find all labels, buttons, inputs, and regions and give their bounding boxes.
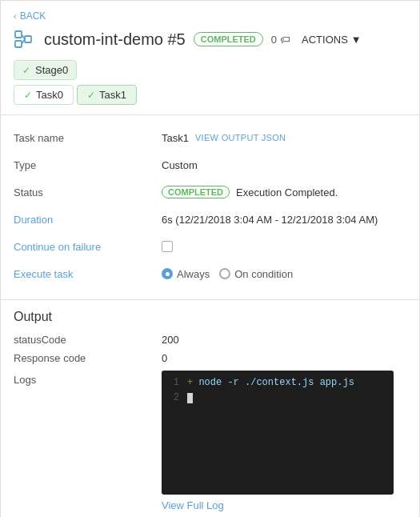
stage-tab-label: Stage0 — [35, 64, 68, 76]
radio-condition-label: On condition — [234, 268, 293, 280]
pipeline-icon — [14, 28, 36, 50]
status-text: Execution Completed. — [236, 186, 338, 198]
task-tab-1-label: Task1 — [99, 89, 126, 101]
response-code-value: 0 — [162, 352, 167, 364]
task-name-row: Task name Task1 VIEW OUTPUT JSON — [14, 128, 406, 147]
line-content-2 — [187, 391, 193, 406]
logs-label: Logs — [14, 371, 162, 386]
chevron-down-icon: ▼ — [351, 34, 362, 46]
radio-empty-icon — [219, 268, 230, 279]
check-icon: ✓ — [22, 65, 30, 76]
tag-icon: 🏷 — [280, 34, 290, 46]
task-name-label: Task name — [14, 132, 162, 144]
view-output-link[interactable]: VIEW OUTPUT JSON — [195, 133, 286, 142]
radio-condition[interactable]: On condition — [219, 268, 293, 280]
svg-rect-1 — [15, 41, 22, 47]
back-label: BACK — [20, 10, 46, 22]
details-section: Task name Task1 VIEW OUTPUT JSON Type Cu… — [1, 115, 419, 300]
duration-label: Duration — [14, 214, 162, 226]
back-button[interactable]: ‹ BACK — [14, 10, 406, 22]
response-code-row: Response code 0 — [14, 352, 406, 364]
continue-failure-row: Continue on failure — [14, 237, 406, 256]
duration-value: 6s (12/21/2018 3:04 AM - 12/21/2018 3:04… — [162, 214, 378, 226]
radio-always-label: Always — [177, 268, 210, 280]
svg-rect-2 — [25, 36, 31, 42]
task-tab-0-label: Task0 — [36, 89, 63, 101]
check-icon-0: ✓ — [24, 90, 32, 101]
logs-row: Logs 1 + node -r ./context.js app.js 2 — [14, 371, 406, 495]
status-code-row: statusCode 200 — [14, 334, 406, 346]
radio-always[interactable]: Always — [162, 268, 210, 280]
svg-rect-0 — [15, 31, 22, 38]
stage-tab[interactable]: ✓ Stage0 — [14, 60, 77, 80]
continue-failure-value — [162, 241, 173, 252]
status-badge-sm: COMPLETED — [162, 186, 230, 198]
task-tab-0[interactable]: ✓ Task0 — [14, 85, 74, 105]
log-line-1: 1 + node -r ./context.js app.js — [168, 375, 387, 391]
continue-failure-label: Continue on failure — [14, 241, 162, 253]
execute-task-row: Execute task Always On condition — [14, 264, 406, 283]
view-full-log-link[interactable]: View Full Log — [162, 499, 406, 511]
status-value: COMPLETED Execution Completed. — [162, 186, 338, 198]
check-icon-1: ✓ — [87, 90, 95, 101]
task-tab-1[interactable]: ✓ Task1 — [77, 85, 137, 105]
type-value: Custom — [162, 159, 198, 171]
line-content-1: + node -r ./context.js app.js — [187, 375, 354, 391]
line-num-2: 2 — [168, 391, 179, 406]
status-code-label: statusCode — [14, 334, 162, 346]
output-title: Output — [14, 310, 406, 324]
stages-area: ✓ Stage0 ✓ Task0 ✓ Task1 — [1, 60, 419, 115]
status-badge: COMPLETED — [194, 32, 263, 46]
execute-radio-group: Always On condition — [162, 268, 293, 280]
type-row: Type Custom — [14, 155, 406, 174]
execute-task-value: Always On condition — [162, 268, 293, 280]
tag-count: 0 🏷 — [271, 34, 290, 46]
task-tabs: ✓ Task0 ✓ Task1 — [14, 85, 406, 105]
execute-task-label: Execute task — [14, 268, 162, 280]
response-code-label: Response code — [14, 352, 162, 364]
cursor — [187, 393, 193, 403]
terminal: 1 + node -r ./context.js app.js 2 — [162, 371, 394, 495]
chevron-left-icon: ‹ — [14, 11, 17, 21]
log-line-2: 2 — [168, 391, 387, 406]
actions-button[interactable]: ACTIONS ▼ — [302, 34, 362, 46]
page-title: custom-int-demo #5 — [44, 30, 186, 49]
line-num-1: 1 — [168, 375, 179, 391]
status-label: Status — [14, 186, 162, 198]
task-name-value: Task1 VIEW OUTPUT JSON — [162, 132, 286, 144]
duration-row: Duration 6s (12/21/2018 3:04 AM - 12/21/… — [14, 210, 406, 229]
status-row: Status COMPLETED Execution Completed. — [14, 182, 406, 202]
output-section: Output statusCode 200 Response code 0 Lo… — [1, 300, 419, 517]
type-label: Type — [14, 159, 162, 171]
radio-filled-icon — [162, 268, 173, 279]
continue-failure-checkbox[interactable] — [162, 241, 173, 252]
status-code-value: 200 — [162, 334, 179, 346]
